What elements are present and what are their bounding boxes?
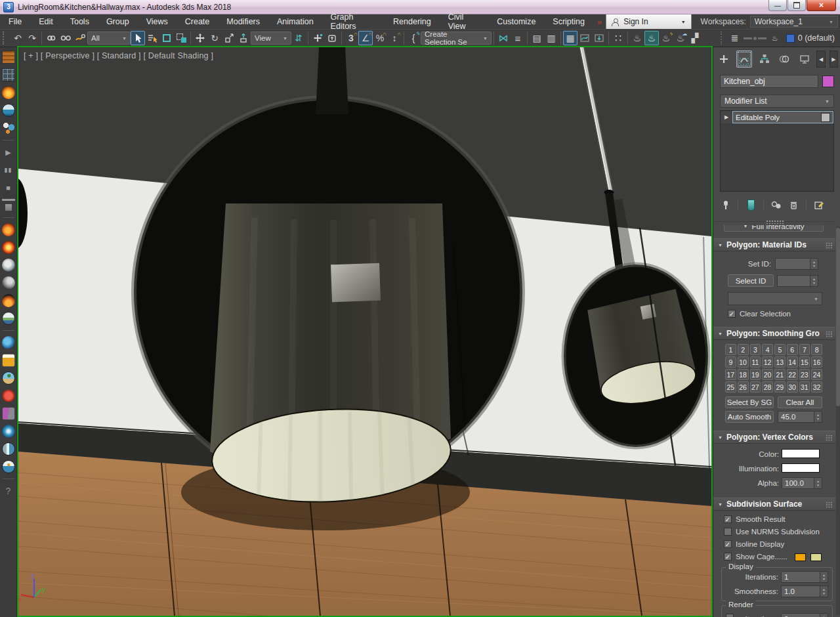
named-selection-set-dropdown[interactable]: Create Selection Se ▼ <box>421 32 492 45</box>
select-id-button[interactable]: Select ID <box>728 274 774 287</box>
toolbar-grip[interactable] <box>3 32 8 45</box>
show-cage-checkbox[interactable]: ✓ Show Cage...... <box>724 553 788 561</box>
media-browser-icon[interactable] <box>2 51 15 64</box>
scene-explorer-icon[interactable]: ▤ <box>530 31 544 45</box>
percent-snap-icon[interactable]: %∩ <box>373 31 387 45</box>
container-preset-icon[interactable] <box>2 407 15 420</box>
rollout-subdivision-surface[interactable]: ▼ Subdivision Surface <box>713 498 835 511</box>
mirror-icon[interactable]: ⋈ <box>496 31 511 45</box>
explosion-preset-icon[interactable] <box>2 241 15 254</box>
island-preset-icon[interactable] <box>2 372 15 385</box>
smoothing-group-button[interactable]: 7 <box>799 344 810 355</box>
fire-sim-icon[interactable] <box>2 86 15 99</box>
rectangular-selection-icon[interactable] <box>159 31 174 45</box>
link-icon[interactable] <box>44 31 58 45</box>
a360-gallery-icon[interactable]: ▞ <box>688 31 702 45</box>
tab-hierarchy[interactable] <box>756 51 772 68</box>
smoothing-group-button[interactable]: 18 <box>738 369 749 380</box>
viewport-label[interactable]: [ + ] [ Perspective ] [ Standard ] [ Def… <box>24 51 213 60</box>
menu-item[interactable]: Animation <box>268 14 322 29</box>
tab-display[interactable] <box>797 51 813 68</box>
rollout-smoothing-groups[interactable]: ▼ Polygon: Smoothing Gro <box>713 327 835 340</box>
make-unique-icon[interactable] <box>770 198 783 211</box>
set-id-spinner[interactable]: ▲▼ <box>775 258 818 270</box>
render-setup-icon[interactable]: ♨ <box>630 31 644 45</box>
smoothing-group-button[interactable]: 30 <box>787 381 798 393</box>
smoothing-group-button[interactable]: 17 <box>725 369 736 380</box>
clouds-preset-icon[interactable] <box>2 312 15 325</box>
menu-item[interactable]: Views <box>138 14 177 29</box>
alpha-spinner[interactable]: 100.0 ▲▼ <box>782 477 822 489</box>
select-scale-icon[interactable] <box>222 31 236 45</box>
minimize-button[interactable]: — <box>768 0 787 11</box>
panel-splitter[interactable] <box>715 221 834 222</box>
select-rotate-icon[interactable]: ↻ <box>207 31 222 45</box>
reference-coordinate-dropdown[interactable]: View ▼ <box>251 32 291 45</box>
smoothing-group-button[interactable]: 26 <box>738 381 749 393</box>
rollout-grip-icon[interactable] <box>826 435 833 441</box>
smoothing-group-button[interactable]: 20 <box>762 369 773 380</box>
bind-spacewarp-icon[interactable] <box>73 31 87 45</box>
window-crossing-icon[interactable] <box>174 31 188 45</box>
object-color-swatch[interactable] <box>822 75 834 87</box>
menu-item[interactable]: Group <box>98 14 138 29</box>
splash-preset-icon[interactable] <box>2 336 15 349</box>
modifier-stack-row[interactable]: ▶ Editable Poly <box>721 111 833 123</box>
object-name-field[interactable]: Kitchen_obj <box>720 75 818 88</box>
fire-preset-icon[interactable] <box>2 223 15 236</box>
expand-arrow-icon[interactable]: ▶ <box>721 111 732 123</box>
select-move-icon[interactable] <box>193 31 207 45</box>
smoothing-group-button[interactable]: 5 <box>774 344 786 355</box>
smoothing-group-button[interactable]: 3 <box>750 344 761 355</box>
vortex-preset-icon[interactable] <box>2 425 15 438</box>
menu-item[interactable]: Tools <box>62 14 98 29</box>
modifier-list-dropdown[interactable]: Modifier List ▼ <box>720 95 834 108</box>
select-manipulate-icon[interactable] <box>310 31 325 45</box>
tabs-scroll-left[interactable]: ◀ <box>816 51 825 68</box>
remove-modifier-icon[interactable] <box>787 198 800 211</box>
rollout-vertex-colors[interactable]: ▼ Polygon: Vertex Colors <box>713 431 835 444</box>
toolbar-grip[interactable] <box>721 32 724 45</box>
smoothing-group-button[interactable]: 29 <box>774 381 786 393</box>
panel-scrollbar[interactable] <box>836 226 840 615</box>
material-editor-icon[interactable]: ∷ <box>611 31 625 45</box>
select-place-icon[interactable] <box>236 31 251 45</box>
menu-item[interactable]: File <box>0 14 30 29</box>
smoke-preset-icon[interactable] <box>2 259 15 272</box>
curve-editor-icon[interactable] <box>578 31 592 45</box>
iterations-spinner[interactable]: 1 ▲▼ <box>781 571 828 583</box>
align-icon[interactable]: ≡ <box>511 31 525 45</box>
use-pivot-center-icon[interactable]: ⇵ <box>291 31 306 45</box>
smoothing-group-button[interactable]: 4 <box>762 344 773 355</box>
render-iterations-checkbox[interactable] <box>726 614 734 617</box>
rollout-grip-icon[interactable] <box>826 501 833 508</box>
smoothing-group-button[interactable]: 22 <box>787 369 798 380</box>
auto-smooth-spinner[interactable]: 45.0 ▲▼ <box>778 411 822 423</box>
spinner-snap-icon[interactable]: ↕∩ <box>387 31 402 45</box>
viewport-perspective[interactable]: x y z [ + ] [ Perspective ] [ Standard ]… <box>17 46 713 617</box>
smoothing-group-button[interactable]: 2 <box>738 344 749 355</box>
flame-preset-icon[interactable] <box>2 294 15 307</box>
delete-sim-icon[interactable] <box>2 199 15 212</box>
smoothing-group-button[interactable]: 23 <box>799 369 810 380</box>
configure-modifier-sets-icon[interactable] <box>812 198 826 211</box>
menu-item[interactable]: Scripting <box>544 14 593 29</box>
menu-item[interactable]: Graph Editors <box>322 14 385 29</box>
smoothness-spinner[interactable]: 1.0 ▲▼ <box>781 585 828 597</box>
beer-preset-icon[interactable] <box>2 354 15 367</box>
smoothing-group-button[interactable]: 15 <box>799 356 810 368</box>
menu-overflow-chevron[interactable]: » <box>593 17 606 27</box>
menu-item[interactable]: Customize <box>488 14 544 29</box>
smoothing-group-button[interactable]: 6 <box>787 344 798 355</box>
ribbon-toggle-icon[interactable]: ▦ <box>563 31 578 45</box>
smoothing-group-button[interactable]: 13 <box>774 356 786 368</box>
smoothing-group-button[interactable]: 10 <box>738 356 749 368</box>
waterfall-preset-icon[interactable] <box>2 442 15 456</box>
smoothing-group-button[interactable]: 14 <box>787 356 798 368</box>
smoothing-group-button[interactable]: 25 <box>725 381 736 393</box>
duck-preset-icon[interactable] <box>2 460 15 473</box>
material-name-dropdown[interactable]: ▼ <box>728 292 822 305</box>
sign-in-button[interactable]: Sign In ▼ <box>606 14 691 29</box>
smoothing-group-button[interactable]: 12 <box>762 356 773 368</box>
rollout-material-ids[interactable]: ▼ Polygon: Material IDs <box>713 238 835 251</box>
